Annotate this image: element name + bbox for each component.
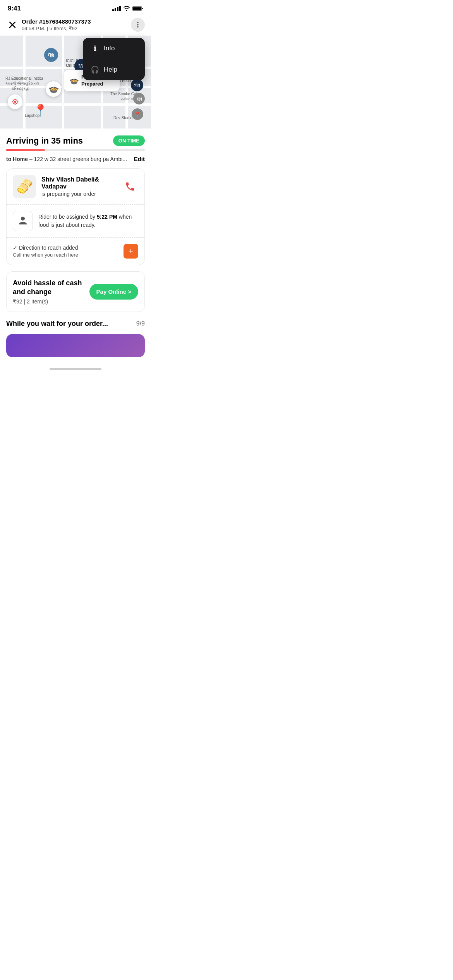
restaurant-thumbnail: 🫔 [13,175,36,198]
call-restaurant-button[interactable] [122,178,138,195]
pay-title: Avoid hassle of cash and change [13,279,89,297]
dev-studio-pin: 📍 [132,108,143,120]
bottom-content: Arriving in 35 mins ON TIME to Home – 12… [0,128,151,365]
wait-count: 9/9 [136,320,145,327]
address-text: to Home – 122 w 32 street greens burg pa… [6,156,127,162]
nav-pin-1: 📍 [33,103,48,117]
rider-text-prefix: Rider to be assigned by [38,214,97,220]
direction-line1: Direction to reach added [13,245,78,251]
status-bar: 9:41 [0,0,151,15]
current-location-button[interactable] [8,94,22,109]
delivery-address: to Home – 122 w 32 street greens burg pa… [6,156,145,162]
direction-row: Direction to reach added Call me when yo… [7,238,144,265]
dropdown-info-label: Info [104,45,115,52]
headset-icon: 🎧 [91,65,99,74]
add-direction-button[interactable]: + [124,244,138,259]
rider-text: Rider to be assigned by 5:22 PM when foo… [38,213,138,229]
food-status-line2: Prepared [81,81,114,87]
on-time-badge: ON TIME [113,135,145,146]
rider-icon [13,211,33,231]
food-location-pin: 🍲 [46,81,61,97]
wifi-icon [123,6,130,11]
promo-card[interactable] [6,334,145,357]
pay-online-button[interactable]: Pay Online > [89,284,138,300]
more-options-button[interactable] [131,18,145,32]
restaurant-name: Shiv Vilash Dabeli& Vadapav [41,176,117,190]
arrival-text: Arriving in 35 mins [6,136,83,146]
pay-text: Avoid hassle of cash and change ₹92 | 2 … [13,279,89,305]
store-pin-circle: 🛍 [44,48,58,62]
wait-section: While you wait for your order... 9/9 [6,320,145,334]
svg-point-5 [137,22,139,24]
map-label-rj2: આરજે એજ્યુકેશનલ [5,81,39,86]
order-details: Shiv Vilash Dabeli& Vadapav is preparing… [41,176,117,197]
order-number: Order #157634880737373 [22,18,131,25]
food-thumb-icon: 🫔 [16,178,33,195]
svg-rect-1 [142,8,143,9]
pay-meta: ₹92 | 2 Item(s) [13,298,89,305]
status-icons [112,6,143,11]
map-label-dev: Dev Studio [113,116,132,120]
store-pin: 🛍 [44,48,58,62]
arrival-banner: Arriving in 35 mins ON TIME [6,128,145,149]
map-label-rj3: ઇન્સ્ટિટ્યૂટ [12,86,29,91]
close-button[interactable] [6,19,19,31]
rider-row: Rider to be assigned by 5:22 PM when foo… [7,205,144,238]
info-circle-icon: ℹ [91,44,99,53]
home-indicator [50,368,101,370]
plus-icon: + [129,246,134,256]
wait-text: While you wait for your order... [6,320,108,328]
fast-food-pin: 🍽 [131,79,143,91]
pay-banner: Avoid hassle of cash and change ₹92 | 2 … [6,271,145,312]
header-info: Order #157634880737373 04:58 P.M. | 5 It… [22,18,131,31]
address-detail: – 122 w 32 street greens burg pa Ambi... [28,156,127,162]
header: Order #157634880737373 04:58 P.M. | 5 It… [0,15,151,36]
food-pot-icon: 🍲 [69,76,79,85]
order-meta: 04:58 P.M. | 5 Items, ₹92 [22,26,131,31]
dropdown-menu: ℹ Info 🎧 Help [83,38,145,80]
svg-point-8 [14,101,16,103]
signal-icon [112,6,121,11]
restaurant-row: 🫔 Shiv Vilash Dabeli& Vadapav is prepari… [7,169,144,205]
home-label: to Home [6,156,28,162]
dropdown-help-item[interactable]: 🎧 Help [83,59,145,80]
svg-point-7 [137,26,139,28]
progress-bar [6,149,145,151]
direction-text: Direction to reach added Call me when yo… [13,245,78,258]
battery-icon [132,6,143,11]
dropdown-help-label: Help [104,66,117,74]
rider-time: 5:22 PM [97,214,117,220]
dropdown-info-item[interactable]: ℹ Info [83,38,145,59]
smoke-cafe-pin: 🍽 [133,93,145,105]
edit-address-button[interactable]: Edit [134,156,145,162]
progress-fill [6,149,45,151]
map-road [0,103,151,106]
direction-line2: Call me when you reach here [13,252,78,258]
order-card: 🫔 Shiv Vilash Dabeli& Vadapav is prepari… [6,168,145,265]
svg-rect-2 [133,7,141,10]
order-status-text: is preparing your order [41,191,117,197]
svg-point-6 [137,24,139,26]
map-label-rj1: RJ Educational Institu [5,76,43,81]
status-time: 9:41 [8,5,21,12]
svg-point-14 [21,217,25,221]
